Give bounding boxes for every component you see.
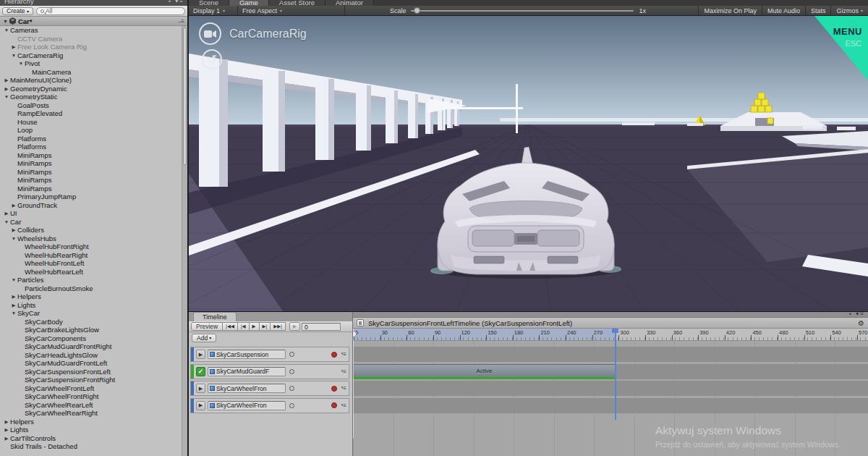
scene-header-row[interactable]: ▼ Car* –≡ bbox=[0, 17, 187, 26]
hierarchy-item[interactable]: SkyCarHeadLightsGlow bbox=[0, 351, 182, 360]
maximize-on-play-button[interactable]: Maximize On Play bbox=[698, 6, 762, 15]
hierarchy-item[interactable]: ▶Helpers bbox=[0, 418, 182, 426]
hierarchy-scrollbar[interactable] bbox=[182, 26, 187, 456]
play-range-button[interactable]: ▶ bbox=[289, 322, 300, 331]
foldout-closed-icon[interactable]: ▶ bbox=[3, 76, 10, 85]
hierarchy-item[interactable]: SkyCarSuspensionFrontRight bbox=[0, 376, 182, 384]
hierarchy-item[interactable]: Platforms bbox=[0, 143, 182, 151]
foldout-open-icon[interactable]: ▼ bbox=[17, 59, 25, 68]
hierarchy-item[interactable]: Platforms bbox=[0, 135, 182, 143]
hierarchy-item[interactable]: WheelHubRearLeft bbox=[0, 268, 182, 276]
curves-toggle-icon[interactable] bbox=[289, 386, 294, 391]
hierarchy-item[interactable]: ▶Free Look Camera Rig bbox=[0, 43, 182, 51]
stats-button[interactable]: Stats bbox=[805, 6, 831, 15]
timeline-tab[interactable]: Timeline bbox=[193, 312, 237, 321]
timeline-ruler[interactable]: 0306090120150180210240270300330360390420… bbox=[353, 329, 868, 341]
previous-frame-button[interactable]: |◀ bbox=[237, 322, 250, 331]
next-frame-button[interactable]: ▶| bbox=[259, 322, 271, 331]
panel-menu-icon[interactable]: ▪ ▾≡ bbox=[169, 0, 184, 4]
scale-slider[interactable] bbox=[411, 10, 634, 12]
timeline-track-header[interactable]: ▶SkyCarWheelFron▾≡ bbox=[190, 398, 349, 413]
foldout-closed-icon[interactable]: ▶ bbox=[3, 434, 10, 443]
hierarchy-item[interactable]: ▶Colliders bbox=[0, 226, 182, 235]
track-object-field[interactable]: SkyCarWheelFron bbox=[208, 384, 286, 393]
animation-track-icon[interactable]: ▶ bbox=[196, 384, 205, 393]
gizmos-dropdown[interactable]: Gizmos▾ bbox=[830, 6, 868, 15]
hierarchy-item[interactable]: WheelHubFrontLeft bbox=[0, 259, 182, 268]
hierarchy-item[interactable]: GoalPosts bbox=[0, 101, 182, 110]
slider-thumb[interactable] bbox=[414, 7, 420, 14]
hierarchy-item[interactable]: MiniRamps bbox=[0, 151, 182, 160]
foldout-closed-icon[interactable]: ▶ bbox=[10, 226, 17, 235]
hierarchy-item[interactable]: SkyCarWheelRearRight bbox=[0, 409, 182, 418]
track-menu-icon[interactable]: ▾≡ bbox=[341, 402, 346, 409]
foldout-closed-icon[interactable]: ▶ bbox=[3, 426, 10, 434]
track-object-field[interactable]: SkyCarSuspension bbox=[208, 350, 286, 359]
foldout-open-icon[interactable]: ▼ bbox=[3, 26, 10, 35]
hierarchy-tab[interactable]: Hierarchy bbox=[4, 0, 34, 5]
search-input[interactable]: All bbox=[36, 7, 185, 15]
hierarchy-item[interactable]: SkyCarWheelFrontRight bbox=[0, 392, 182, 401]
hierarchy-item[interactable]: Loop bbox=[0, 126, 182, 135]
foldout-closed-icon[interactable]: ▶ bbox=[10, 301, 17, 310]
hierarchy-item[interactable]: ▼CarCameraRig bbox=[0, 51, 182, 60]
timeline-lane[interactable] bbox=[353, 347, 868, 362]
hierarchy-item[interactable]: SkyCarMudGuardFrontRight bbox=[0, 342, 182, 351]
view-tab-asset-store[interactable]: Asset Store bbox=[269, 0, 326, 6]
mute-audio-button[interactable]: Mute Audio bbox=[762, 6, 805, 15]
hierarchy-item[interactable]: MiniRamps bbox=[0, 159, 182, 168]
foldout-open-icon[interactable]: ▼ bbox=[10, 309, 17, 318]
preview-toggle-button[interactable]: Preview bbox=[191, 322, 223, 331]
hierarchy-item[interactable]: ParticleBurnoutSmoke bbox=[0, 284, 182, 293]
activation-checkbox[interactable]: ✓ bbox=[196, 367, 205, 376]
track-object-field[interactable]: SkyCarMudGuardF bbox=[208, 367, 286, 376]
hierarchy-item[interactable]: WheelHubFrontRight bbox=[0, 242, 182, 251]
timeline-track-header[interactable]: ✓SkyCarMudGuardF▾≡ bbox=[190, 364, 349, 379]
hierarchy-item[interactable]: ▶MainMenuUI(Clone) bbox=[0, 76, 182, 85]
foldout-open-icon[interactable]: ▼ bbox=[3, 93, 10, 101]
foldout-open-icon[interactable]: ▼ bbox=[3, 19, 8, 24]
hierarchy-item[interactable]: MiniRamps bbox=[0, 168, 182, 177]
foldout-open-icon[interactable]: ▼ bbox=[10, 276, 17, 284]
animation-track-icon[interactable]: ▶ bbox=[196, 350, 205, 359]
hierarchy-item[interactable]: ▶Lights bbox=[0, 426, 182, 434]
hierarchy-item[interactable]: House bbox=[0, 118, 182, 127]
foldout-open-icon[interactable]: ▼ bbox=[10, 51, 17, 60]
view-tab-animator[interactable]: Animator bbox=[326, 0, 374, 6]
hierarchy-item[interactable]: SkyCarMudGuardFrontLeft bbox=[0, 359, 182, 368]
hierarchy-item[interactable]: ▶GeometryDynamic bbox=[0, 85, 182, 93]
foldout-open-icon[interactable]: ▼ bbox=[10, 235, 17, 243]
timeline-lane[interactable]: Active bbox=[353, 364, 868, 379]
hierarchy-item[interactable]: SkyCarBody bbox=[0, 318, 182, 326]
hierarchy-item[interactable]: SkyCarWheelFrontLeft bbox=[0, 384, 182, 393]
hierarchy-item[interactable]: ▼Car bbox=[0, 218, 182, 227]
foldout-closed-icon[interactable]: ▶ bbox=[3, 209, 10, 218]
hierarchy-item[interactable]: SkyCarBrakeLightsGlow bbox=[0, 326, 182, 334]
game-render-area[interactable]: ↺ CarCameraRig MENU ESC bbox=[189, 16, 868, 311]
hierarchy-item[interactable]: MainCamera bbox=[0, 68, 182, 77]
scrollbar-thumb[interactable] bbox=[183, 28, 187, 165]
hierarchy-item[interactable]: MiniRamps bbox=[0, 185, 182, 193]
foldout-closed-icon[interactable]: ▶ bbox=[10, 201, 17, 210]
timeline-lane[interactable] bbox=[353, 381, 868, 396]
hierarchy-item[interactable]: RampElevated bbox=[0, 109, 182, 118]
frame-field[interactable]: 0 bbox=[302, 323, 341, 331]
hierarchy-item[interactable]: ▼SkyCar bbox=[0, 309, 182, 318]
curves-toggle-icon[interactable] bbox=[289, 403, 294, 408]
hierarchy-item[interactable]: ▼Cameras bbox=[0, 26, 182, 35]
foldout-closed-icon[interactable]: ▶ bbox=[3, 85, 10, 93]
hierarchy-item[interactable]: SkyCarSuspensionFrontLeft bbox=[0, 368, 182, 376]
foldout-closed-icon[interactable]: ▶ bbox=[10, 292, 17, 301]
record-icon[interactable] bbox=[331, 402, 337, 408]
hierarchy-item[interactable]: ▶UI bbox=[0, 209, 182, 218]
hierarchy-item[interactable]: ▶Lights bbox=[0, 301, 182, 310]
record-icon[interactable] bbox=[331, 352, 337, 358]
animation-track-icon[interactable]: ▶ bbox=[196, 401, 205, 410]
track-menu-icon[interactable]: ▾≡ bbox=[341, 351, 346, 358]
track-menu-icon[interactable]: ▾≡ bbox=[341, 385, 346, 392]
timeline-lane[interactable] bbox=[353, 398, 868, 413]
hierarchy-item[interactable]: ▼GeometryStatic bbox=[0, 93, 182, 101]
hierarchy-item[interactable]: ▼Particles bbox=[0, 276, 182, 284]
hierarchy-item[interactable]: ▼WheelsHubs bbox=[0, 235, 182, 243]
lock-and-menu-icons[interactable]: ▪ ▾≡ bbox=[849, 312, 865, 317]
